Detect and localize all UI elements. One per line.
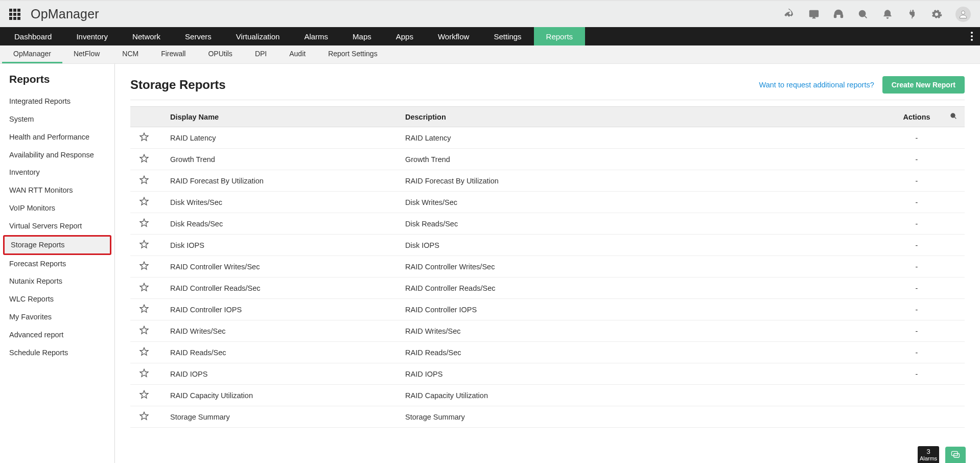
page-title: Storage Reports (130, 78, 226, 92)
table-row[interactable]: RAID Forecast By UtilizationRAID Forecas… (130, 170, 965, 192)
favorite-star-icon[interactable] (130, 299, 158, 320)
table-row[interactable]: RAID Controller Writes/SecRAID Controlle… (130, 256, 965, 277)
bell-icon[interactable] (882, 9, 893, 20)
sub-tab-dpi[interactable]: DPI (244, 45, 278, 63)
report-name[interactable]: Storage Summary (158, 406, 398, 428)
favorite-star-icon[interactable] (130, 320, 158, 342)
sidebar-item-advanced-report[interactable]: Advanced report (0, 326, 114, 344)
plug-icon[interactable] (906, 9, 918, 20)
sidebar-item-virtual-servers-report[interactable]: Virtual Servers Report (0, 217, 114, 235)
report-description: RAID Controller IOPS (398, 299, 891, 320)
table-row[interactable]: RAID Capacity UtilizationRAID Capacity U… (130, 385, 965, 406)
primary-tab-settings[interactable]: Settings (481, 27, 533, 45)
primary-tab-inventory[interactable]: Inventory (64, 27, 120, 45)
table-row[interactable]: RAID LatencyRAID Latency- (130, 127, 965, 149)
primary-tab-apps[interactable]: Apps (384, 27, 426, 45)
report-name[interactable]: Disk IOPS (158, 235, 398, 256)
table-row[interactable]: RAID IOPSRAID IOPS- (130, 363, 965, 385)
table-row[interactable]: RAID Controller IOPSRAID Controller IOPS… (130, 299, 965, 320)
favorite-star-icon[interactable] (130, 342, 158, 363)
sidebar-item-wan-rtt-monitors[interactable]: WAN RTT Monitors (0, 181, 114, 199)
favorite-star-icon[interactable] (130, 192, 158, 213)
table-row[interactable]: RAID Controller Reads/SecRAID Controller… (130, 277, 965, 299)
sub-tab-firewall[interactable]: Firewall (150, 45, 197, 63)
gear-icon[interactable] (931, 9, 942, 20)
report-actions: - (891, 149, 942, 170)
rocket-icon[interactable] (784, 9, 795, 20)
report-actions: - (891, 170, 942, 192)
sidebar-item-wlc-reports[interactable]: WLC Reports (0, 290, 114, 308)
primary-tab-network[interactable]: Network (120, 27, 173, 45)
svg-point-5 (962, 11, 965, 14)
sub-tab-report-settings[interactable]: Report Settings (317, 45, 389, 63)
request-reports-link[interactable]: Want to request additional reports? (759, 81, 874, 89)
favorite-star-icon[interactable] (130, 235, 158, 256)
table-row[interactable]: Disk Reads/SecDisk Reads/Sec- (130, 213, 965, 235)
report-name[interactable]: Disk Writes/Sec (158, 192, 398, 213)
report-name[interactable]: RAID IOPS (158, 363, 398, 385)
more-menu-icon[interactable] (964, 27, 980, 45)
primary-tab-reports[interactable]: Reports (534, 27, 586, 45)
favorite-star-icon[interactable] (130, 277, 158, 299)
sidebar-item-voip-monitors[interactable]: VoIP Monitors (0, 199, 114, 217)
table-row[interactable]: RAID Writes/SecRAID Writes/Sec- (130, 320, 965, 342)
primary-tab-virtualization[interactable]: Virtualization (224, 27, 292, 45)
favorite-star-icon[interactable] (130, 127, 158, 149)
table-row[interactable]: Disk IOPSDisk IOPS- (130, 235, 965, 256)
row-spacer (942, 299, 965, 320)
table-row[interactable]: Disk Writes/SecDisk Writes/Sec- (130, 192, 965, 213)
primary-tab-alarms[interactable]: Alarms (292, 27, 340, 45)
chat-icon[interactable] (945, 447, 966, 463)
report-name[interactable]: RAID Latency (158, 127, 398, 149)
report-description: RAID Controller Writes/Sec (398, 256, 891, 277)
sub-tab-ncm[interactable]: NCM (111, 45, 150, 63)
column-display-name[interactable]: Display Name (158, 107, 398, 127)
sidebar-item-nutanix-reports[interactable]: Nutanix Reports (0, 272, 114, 290)
sidebar-item-my-favorites[interactable]: My Favorites (0, 308, 114, 326)
sub-tab-oputils[interactable]: OPUtils (197, 45, 243, 63)
avatar[interactable] (955, 7, 971, 22)
favorite-star-icon[interactable] (130, 256, 158, 277)
sub-tab-opmanager[interactable]: OpManager (2, 45, 62, 63)
primary-tab-workflow[interactable]: Workflow (426, 27, 481, 45)
report-name[interactable]: Disk Reads/Sec (158, 213, 398, 235)
report-name[interactable]: Growth Trend (158, 149, 398, 170)
column-description[interactable]: Description (398, 107, 891, 127)
favorite-star-icon[interactable] (130, 385, 158, 406)
sidebar-item-forecast-reports[interactable]: Forecast Reports (0, 255, 114, 273)
report-name[interactable]: RAID Reads/Sec (158, 342, 398, 363)
report-name[interactable]: RAID Controller Writes/Sec (158, 256, 398, 277)
headset-icon[interactable] (833, 9, 844, 20)
primary-tab-maps[interactable]: Maps (340, 27, 384, 45)
presentation-icon[interactable] (808, 9, 820, 20)
report-name[interactable]: RAID Forecast By Utilization (158, 170, 398, 192)
sidebar-item-health-and-performance[interactable]: Health and Performance (0, 128, 114, 146)
report-name[interactable]: RAID Controller Reads/Sec (158, 277, 398, 299)
sub-tab-audit[interactable]: Audit (278, 45, 317, 63)
primary-tab-servers[interactable]: Servers (173, 27, 224, 45)
report-name[interactable]: RAID Controller IOPS (158, 299, 398, 320)
report-name[interactable]: RAID Capacity Utilization (158, 385, 398, 406)
sidebar-item-inventory[interactable]: Inventory (0, 164, 114, 181)
table-row[interactable]: RAID Reads/SecRAID Reads/Sec- (130, 342, 965, 363)
sidebar-item-integrated-reports[interactable]: Integrated Reports (0, 92, 114, 110)
sidebar-item-availability-and-response[interactable]: Availability and Response (0, 146, 114, 164)
create-new-report-button[interactable]: Create New Report (882, 76, 965, 94)
favorite-star-icon[interactable] (130, 213, 158, 235)
sidebar-item-schedule-reports[interactable]: Schedule Reports (0, 344, 114, 362)
table-row[interactable]: Growth TrendGrowth Trend- (130, 149, 965, 170)
sidebar-item-system[interactable]: System (0, 110, 114, 128)
apps-menu-icon[interactable] (9, 9, 20, 20)
table-search-icon[interactable] (942, 107, 965, 127)
report-name[interactable]: RAID Writes/Sec (158, 320, 398, 342)
sidebar-item-storage-reports[interactable]: Storage Reports (3, 235, 111, 255)
favorite-star-icon[interactable] (130, 363, 158, 385)
alarms-widget[interactable]: 3 Alarms (918, 446, 939, 463)
search-icon[interactable] (857, 9, 869, 20)
primary-tab-dashboard[interactable]: Dashboard (2, 27, 64, 45)
favorite-star-icon[interactable] (130, 170, 158, 192)
favorite-star-icon[interactable] (130, 406, 158, 428)
sub-tab-netflow[interactable]: NetFlow (62, 45, 111, 63)
table-row[interactable]: Storage SummaryStorage Summary (130, 406, 965, 428)
favorite-star-icon[interactable] (130, 149, 158, 170)
